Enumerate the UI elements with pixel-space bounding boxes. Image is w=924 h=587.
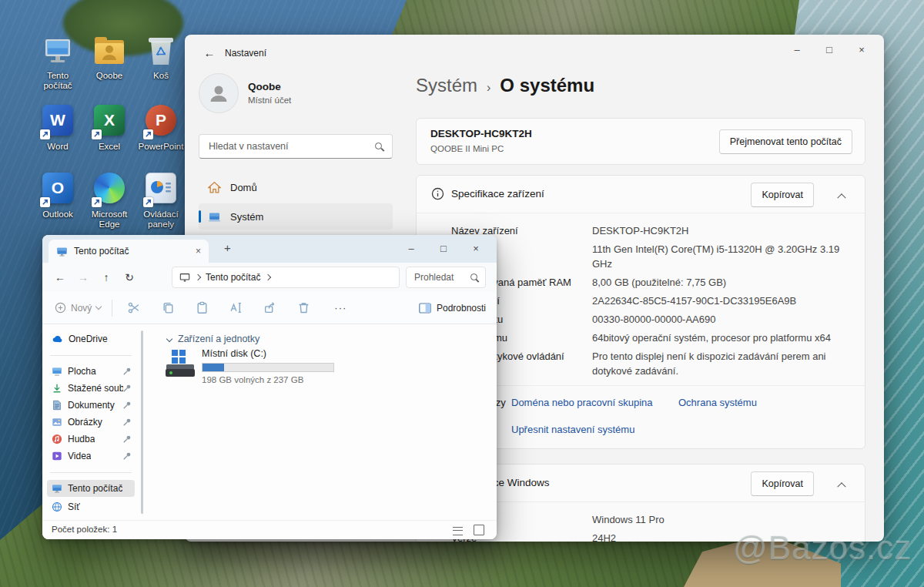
tab-close-icon[interactable]: × xyxy=(196,246,201,257)
pin-icon xyxy=(122,367,132,376)
sidebar-item-system[interactable]: Systém xyxy=(199,203,393,230)
copy-button[interactable] xyxy=(151,301,185,314)
sidebar-item-desktop[interactable]: Plocha xyxy=(47,363,135,380)
desktop-icon-this-pc[interactable]: Tento počítač xyxy=(32,34,84,91)
scrollbar[interactable] xyxy=(141,330,143,514)
paste-icon xyxy=(196,301,209,314)
desktop-icon-edge[interactable]: Microsoft Edge xyxy=(83,171,136,230)
back-button[interactable]: ← xyxy=(199,42,220,62)
watermark: @Bazos.cz xyxy=(733,528,912,567)
circle-plus-icon xyxy=(55,302,66,314)
sidebar-item-home[interactable]: Domů xyxy=(199,174,393,200)
device-specs-header[interactable]: Specifikace zařízení Kopírovat xyxy=(417,176,865,213)
desktop-icon-control-panel[interactable]: Ovládací panely xyxy=(135,171,187,230)
rename-pc-button[interactable]: Přejmenovat tento počítač xyxy=(719,129,852,154)
sidebar-item-pictures[interactable]: Obrázky xyxy=(47,414,135,431)
address-location[interactable]: Tento počítač xyxy=(206,272,260,283)
section-title: Specifikace zařízení xyxy=(451,188,544,200)
sidebar-item-label: Systém xyxy=(230,211,263,223)
explorer-sidebar: OneDrive Plocha Stažené soubory Dokument… xyxy=(42,324,139,521)
cut-button[interactable] xyxy=(117,301,151,314)
paste-button[interactable] xyxy=(185,301,219,314)
info-icon xyxy=(431,187,444,200)
desktop-icon-outlook[interactable]: O Outlook xyxy=(32,171,84,220)
device-name: DESKTOP-HC9KT2H xyxy=(430,128,532,139)
settings-search[interactable] xyxy=(199,134,393,159)
sidebar-item-network[interactable]: Síť xyxy=(47,498,135,515)
chevron-right-icon[interactable] xyxy=(265,274,271,280)
new-button[interactable]: Nový xyxy=(55,302,101,314)
group-header[interactable]: Zařízení a jednotky xyxy=(167,334,259,344)
more-options-button[interactable]: ··· xyxy=(320,302,360,314)
desktop-icon-powerpoint[interactable]: P PowerPoint xyxy=(135,103,187,152)
explorer-search[interactable] xyxy=(406,267,486,288)
delete-button[interactable] xyxy=(286,301,320,314)
desktop-icon-label: Microsoft Edge xyxy=(83,210,136,230)
list-view-icon[interactable] xyxy=(453,527,463,535)
explorer-tab[interactable]: Tento počítač × xyxy=(49,240,209,263)
sidebar-item-label: Stažené soubory xyxy=(68,383,123,394)
details-panel-icon xyxy=(419,303,431,314)
new-tab-button[interactable]: + xyxy=(224,241,231,254)
outlook-icon: O xyxy=(41,173,75,206)
user-folder-icon xyxy=(92,34,126,68)
pin-icon xyxy=(122,434,132,444)
toolbar-divider xyxy=(112,300,112,317)
grid-view-icon[interactable] xyxy=(474,525,484,535)
sidebar-item-downloads[interactable]: Stažené soubory xyxy=(47,380,135,397)
maximize-button[interactable]: □ xyxy=(427,238,460,258)
account-name: Qoobe xyxy=(248,81,281,92)
link-domain-workgroup[interactable]: Doména nebo pracovní skupina xyxy=(511,397,653,408)
sidebar-item-videos[interactable]: Videa xyxy=(47,448,135,465)
chevron-right-icon[interactable] xyxy=(195,274,201,280)
sidebar-item-music[interactable]: Hudba xyxy=(47,431,135,448)
desktop-icon-word[interactable]: W Word xyxy=(32,103,84,152)
sidebar-item-documents[interactable]: Dokumenty xyxy=(47,397,135,414)
refresh-button[interactable]: ↻ xyxy=(118,271,141,283)
up-button[interactable]: ↑ xyxy=(95,271,118,283)
videos-icon xyxy=(52,451,62,461)
close-button[interactable]: × xyxy=(460,238,492,258)
rename-button[interactable] xyxy=(219,301,253,314)
this-pc-icon xyxy=(41,34,75,68)
copy-button[interactable]: Kopírovat xyxy=(751,471,814,496)
share-button[interactable] xyxy=(253,301,286,314)
explorer-toolbar: Nový ··· Podrobnosti xyxy=(42,292,497,324)
desktop-icon-qoobe-folder[interactable]: Qoobe xyxy=(83,34,136,81)
shortcut-arrow-icon xyxy=(92,129,102,139)
link-advanced-settings[interactable]: Upřesnit nastavení systému xyxy=(511,424,634,435)
spec-value: 11th Gen Intel(R) Core(TM) i5-11320H @ 3… xyxy=(592,242,849,271)
avatar[interactable] xyxy=(199,73,239,113)
drive-name[interactable]: Místní disk (C:) xyxy=(202,348,266,359)
chevron-up-icon[interactable] xyxy=(837,482,845,491)
explorer-search-input[interactable] xyxy=(413,271,470,283)
account-type: Místní účet xyxy=(248,96,291,105)
sidebar-item-this-pc[interactable]: Tento počítač xyxy=(47,480,135,497)
address-bar[interactable]: Tento počítač xyxy=(172,267,400,288)
trash-icon xyxy=(297,301,310,314)
desktop-folder-icon xyxy=(52,366,62,377)
forward-button[interactable]: → xyxy=(72,271,95,283)
copy-button[interactable]: Kopírovat xyxy=(751,183,814,207)
link-system-protection[interactable]: Ochrana systému xyxy=(678,397,757,408)
details-view-button[interactable]: Podrobnosti xyxy=(419,303,486,314)
desktop-icon-recycle-bin[interactable]: Koš xyxy=(135,34,187,81)
desktop-icon-excel[interactable]: X Excel xyxy=(83,103,136,152)
chevron-up-icon[interactable] xyxy=(837,193,845,202)
sidebar-divider xyxy=(50,472,132,473)
drive-icon xyxy=(164,349,196,380)
pin-icon xyxy=(122,401,132,410)
back-button[interactable]: ← xyxy=(49,271,72,283)
this-pc-icon xyxy=(56,246,68,257)
rename-icon xyxy=(229,301,243,314)
sidebar-item-onedrive[interactable]: OneDrive xyxy=(47,330,135,347)
item-count: Počet položek: 1 xyxy=(52,525,117,534)
sidebar-item-label: Domů xyxy=(230,182,257,193)
spec-value: 2A22634C-85C5-4157-90C1-DC33195E6A9B xyxy=(592,294,849,308)
breadcrumb-parent[interactable]: Systém xyxy=(416,75,477,96)
pin-icon xyxy=(122,451,132,461)
breadcrumb: Systém › O systému xyxy=(416,75,594,96)
desktop-icon-label: PowerPoint xyxy=(135,142,187,152)
minimize-button[interactable]: – xyxy=(395,238,427,258)
settings-search-input[interactable] xyxy=(207,140,374,153)
